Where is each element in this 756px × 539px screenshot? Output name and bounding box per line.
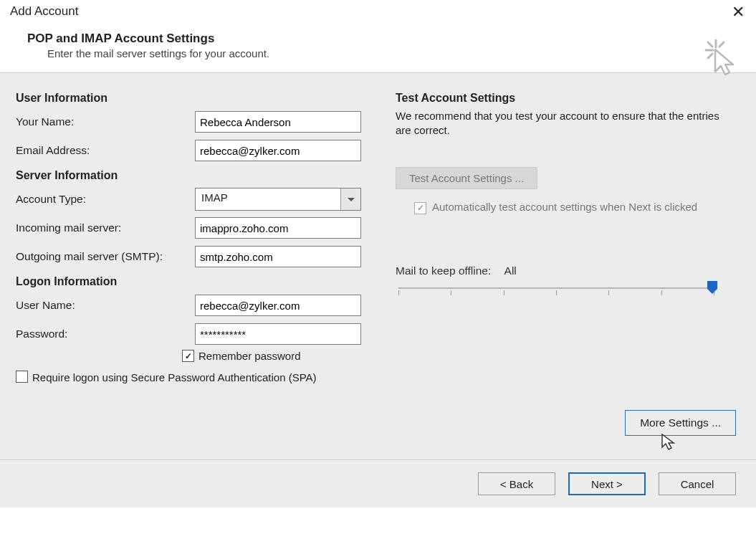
svg-line-4	[708, 54, 712, 58]
section-logon-information: Logon Information	[16, 275, 381, 288]
outgoing-server-label: Outgoing mail server (SMTP):	[16, 250, 195, 263]
page-subtitle: Enter the mail server settings for your …	[27, 46, 743, 59]
auto-test-checkbox[interactable]	[414, 202, 426, 214]
section-user-information: User Information	[16, 92, 381, 105]
more-settings-button[interactable]: More Settings ...	[625, 410, 736, 436]
window-title: Add Account	[10, 3, 78, 19]
page-title: POP and IMAP Account Settings	[27, 32, 743, 46]
test-account-settings-button[interactable]: Test Account Settings ...	[396, 167, 537, 189]
wizard-header: POP and IMAP Account Settings Enter the …	[0, 24, 756, 73]
back-button[interactable]: < Back	[478, 472, 555, 495]
close-icon[interactable]: ✕	[726, 3, 750, 22]
email-address-input[interactable]	[195, 140, 361, 161]
password-label: Password:	[16, 328, 195, 340]
username-label: User Name:	[16, 299, 195, 312]
outgoing-server-input[interactable]	[195, 246, 361, 267]
auto-test-label: Automatically test account settings when…	[432, 201, 697, 213]
mail-offline-value: All	[504, 264, 517, 277]
remember-password-label: Remember password	[198, 350, 301, 362]
account-type-value: IMAP	[196, 189, 340, 210]
svg-line-2	[708, 42, 712, 47]
username-input[interactable]	[195, 295, 361, 316]
email-address-label: Email Address:	[16, 144, 195, 157]
your-name-input[interactable]	[195, 111, 361, 133]
next-button[interactable]: Next >	[568, 472, 646, 495]
your-name-label: Your Name:	[16, 115, 195, 128]
mail-offline-slider[interactable]	[398, 285, 714, 302]
mail-offline-label: Mail to keep offline:	[396, 264, 491, 277]
remember-password-checkbox[interactable]	[182, 350, 194, 362]
test-account-settings-desc: We recommend that you test your account …	[396, 109, 732, 138]
spa-checkbox[interactable]	[16, 371, 28, 383]
section-server-information: Server Information	[16, 169, 381, 182]
svg-line-3	[719, 42, 724, 47]
password-input[interactable]	[195, 323, 361, 345]
incoming-server-label: Incoming mail server:	[16, 221, 195, 234]
slider-thumb-icon[interactable]	[707, 280, 718, 297]
chevron-down-icon[interactable]	[340, 189, 360, 210]
click-cursor-icon	[703, 37, 742, 78]
cancel-button[interactable]: Cancel	[659, 472, 736, 495]
cursor-icon	[661, 434, 676, 454]
account-type-label: Account Type:	[16, 193, 195, 206]
spa-label: Require logon using Secure Password Auth…	[32, 371, 317, 385]
incoming-server-input[interactable]	[195, 217, 361, 239]
account-type-select[interactable]: IMAP	[195, 188, 361, 211]
test-account-settings-title: Test Account Settings	[396, 92, 740, 105]
